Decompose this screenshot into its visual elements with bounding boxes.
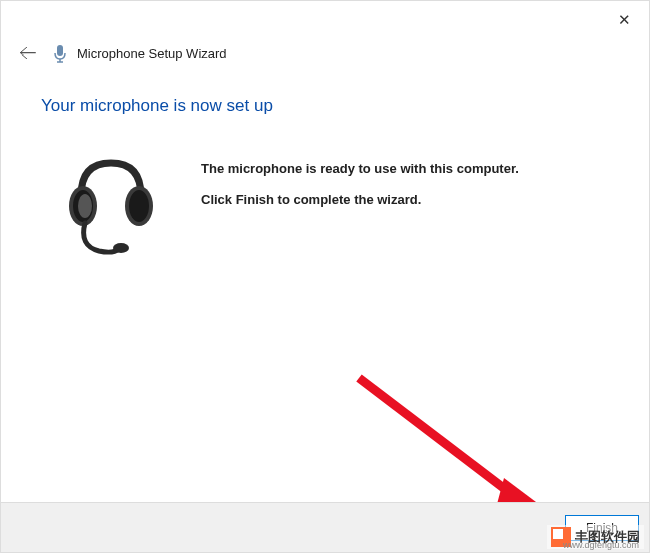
svg-point-7 [129, 190, 149, 222]
body-row: The microphone is ready to use with this… [41, 146, 649, 261]
info-text-1: The microphone is ready to use with this… [201, 161, 519, 176]
text-block: The microphone is ready to use with this… [201, 146, 519, 223]
info-text-2: Click Finish to complete the wizard. [201, 192, 519, 207]
back-button[interactable]: 🡠 [13, 39, 43, 68]
headset-icon [61, 151, 161, 261]
svg-rect-0 [57, 45, 63, 56]
svg-line-10 [359, 378, 514, 496]
svg-point-5 [78, 194, 92, 218]
watermark-url: www.dgfengtu.com [563, 540, 639, 550]
close-button[interactable]: ✕ [618, 11, 631, 29]
header: 🡠 Microphone Setup Wizard [1, 1, 649, 68]
content-area: Your microphone is now set up The microp… [1, 68, 649, 261]
svg-point-8 [113, 243, 129, 253]
page-heading: Your microphone is now set up [41, 96, 649, 116]
microphone-icon [53, 44, 67, 64]
window-title: Microphone Setup Wizard [77, 46, 227, 61]
annotation-arrow [349, 368, 549, 522]
watermark: 丰图软件园 www.dgfengtu.com [547, 525, 644, 549]
